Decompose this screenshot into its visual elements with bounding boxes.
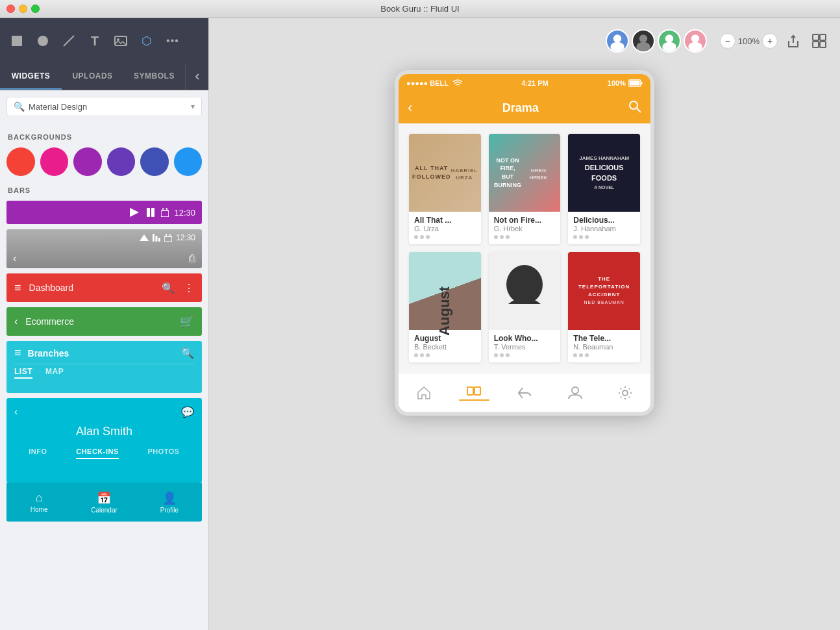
left-panel: T ⬡ ••• WIDGETS UPLOADS SYMBOLS 🔍 ▾ bbox=[0, 18, 209, 630]
bar-teal-tab-list[interactable]: LIST bbox=[14, 367, 32, 379]
bar-green-back-icon[interactable]: ‹ bbox=[14, 316, 18, 327]
color-deep-purple[interactable] bbox=[107, 147, 136, 176]
tab-widgets[interactable]: WIDGETS bbox=[0, 64, 62, 90]
text-tool[interactable]: T bbox=[84, 31, 105, 51]
phone-tab-back[interactable] bbox=[499, 385, 550, 401]
avatar-4[interactable] bbox=[684, 29, 707, 53]
color-indigo[interactable] bbox=[140, 147, 169, 176]
avatar-1[interactable] bbox=[606, 29, 629, 53]
bar-purple[interactable]: 12:30 bbox=[6, 201, 202, 224]
book-title-1: Not on Fire... bbox=[494, 216, 556, 225]
star-2 bbox=[585, 353, 589, 357]
grid-icon[interactable] bbox=[809, 31, 830, 51]
search-input[interactable] bbox=[29, 102, 187, 112]
circle-tool[interactable] bbox=[32, 31, 53, 51]
home-icon: ⌂ bbox=[36, 491, 43, 505]
widget-area: BACKGROUNDS BARS 12:30 bbox=[0, 123, 208, 630]
book-card-2[interactable]: JAMES HANNAHAM DELICIOUSFOODS A NOVEL De… bbox=[568, 134, 640, 244]
svg-point-27 bbox=[457, 86, 458, 86]
bar-gray[interactable]: 12:30 ‹ ⎙ bbox=[6, 229, 202, 268]
book-title-5: The Tele... bbox=[573, 334, 635, 343]
line-tool[interactable] bbox=[58, 31, 79, 51]
bottom-nav-calendar-label: Calendar bbox=[91, 507, 117, 514]
svg-rect-25 bbox=[813, 42, 819, 47]
avatar-3[interactable] bbox=[658, 29, 681, 53]
phone-back-button[interactable]: ‹ bbox=[408, 99, 412, 116]
phone-tab-user[interactable] bbox=[550, 385, 600, 401]
bar-green[interactable]: ‹ Ecommerce 🛒 bbox=[6, 307, 202, 336]
rectangle-tool[interactable] bbox=[6, 31, 27, 51]
bar-red[interactable]: ≡ Dashboard 🔍 ⋮ bbox=[6, 273, 202, 302]
bar-gray-back[interactable]: ‹ bbox=[13, 253, 16, 264]
profile-tab-photos[interactable]: PHOTOS bbox=[147, 445, 179, 459]
bar-green-title: Ecommerce bbox=[25, 316, 74, 327]
svg-rect-30 bbox=[630, 81, 640, 86]
bar-gray-share[interactable]: ⎙ bbox=[189, 253, 195, 264]
battery-text: 100% bbox=[608, 79, 626, 87]
profile-back-icon[interactable]: ‹ bbox=[14, 406, 18, 418]
window-title: Book Guru :: Fluid UI bbox=[380, 4, 459, 14]
book-card-0[interactable]: ALL THATFOLLOWEDGABRIEL URZA All That ..… bbox=[409, 134, 481, 244]
tab-symbols[interactable]: SYMBOLS bbox=[123, 64, 185, 90]
search-bar[interactable]: 🔍 ▾ bbox=[6, 97, 202, 116]
share-icon[interactable] bbox=[783, 31, 804, 51]
book-card-4[interactable]: Look Who... T. Vermes bbox=[489, 252, 561, 362]
bar-teal-tab-map[interactable]: MAP bbox=[45, 367, 64, 379]
bottom-nav-profile-label: Profile bbox=[160, 507, 179, 514]
bottom-nav-profile[interactable]: 👤 Profile bbox=[137, 491, 202, 514]
phone-tab-home[interactable] bbox=[399, 385, 449, 401]
bar-teal-search-icon[interactable]: 🔍 bbox=[181, 347, 194, 359]
tabs-row: WIDGETS UPLOADS SYMBOLS bbox=[0, 64, 208, 90]
color-red[interactable] bbox=[6, 147, 35, 176]
close-button[interactable] bbox=[6, 5, 15, 13]
toolbar: T ⬡ ••• bbox=[0, 18, 208, 64]
more-tools[interactable]: ••• bbox=[162, 31, 183, 51]
phone-search-icon[interactable] bbox=[628, 100, 641, 116]
tab-uploads[interactable]: UPLOADS bbox=[62, 64, 123, 90]
bar-red-search-icon[interactable]: 🔍 bbox=[162, 282, 175, 294]
star-1 bbox=[420, 353, 424, 357]
collapse-panel[interactable] bbox=[185, 64, 208, 90]
carrier-text: ●●●●● BELL bbox=[406, 79, 449, 87]
profile-chat-icon[interactable]: 💬 bbox=[181, 406, 194, 418]
book-author-4: T. Vermes bbox=[494, 343, 556, 351]
svg-marker-5 bbox=[130, 208, 139, 217]
bar-red-menu-icon[interactable]: ≡ bbox=[14, 281, 21, 295]
phone-tab-books[interactable] bbox=[449, 385, 500, 401]
bottom-nav-calendar[interactable]: 📅 Calendar bbox=[71, 491, 136, 514]
book-author-3: B. Beckett bbox=[414, 343, 476, 351]
profile-tab-checkins[interactable]: CHECK-INS bbox=[76, 445, 119, 459]
svg-rect-11 bbox=[155, 236, 157, 242]
book-author-5: N. Beauman bbox=[573, 343, 635, 351]
zoom-out-button[interactable]: − bbox=[720, 33, 735, 49]
bar-green-cart-icon[interactable]: 🛒 bbox=[180, 315, 194, 328]
minimize-button[interactable] bbox=[19, 5, 27, 13]
svg-point-36 bbox=[572, 387, 578, 394]
profile-tab-info[interactable]: INFO bbox=[29, 445, 47, 459]
dropdown-arrow-icon[interactable]: ▾ bbox=[191, 102, 195, 111]
select-tool[interactable]: ⬡ bbox=[136, 31, 157, 51]
phone-tab-settings[interactable] bbox=[600, 385, 650, 401]
svg-point-17 bbox=[636, 42, 650, 51]
book-card-3[interactable]: August August B. Beckett bbox=[409, 252, 481, 362]
avatar-2[interactable] bbox=[632, 29, 655, 53]
bar-red-more-icon[interactable]: ⋮ bbox=[184, 282, 194, 294]
bar-teal[interactable]: ≡ Branches 🔍 LIST MAP bbox=[6, 341, 202, 393]
svg-point-21 bbox=[688, 42, 702, 51]
star-1 bbox=[579, 353, 583, 357]
color-blue[interactable] bbox=[174, 147, 203, 176]
color-purple[interactable] bbox=[73, 147, 102, 176]
color-pink[interactable] bbox=[40, 147, 69, 176]
maximize-button[interactable] bbox=[31, 5, 40, 13]
svg-point-18 bbox=[665, 34, 673, 42]
book-card-5[interactable]: THETELEPORTATIONACCIDENTNED BEAUMAN The … bbox=[568, 252, 640, 362]
svg-point-15 bbox=[610, 42, 624, 51]
bottom-nav-home[interactable]: ⌂ Home bbox=[6, 491, 71, 513]
image-tool[interactable] bbox=[110, 31, 131, 51]
zoom-in-button[interactable]: + bbox=[762, 33, 778, 49]
book-card-1[interactable]: NOT ONFIRE, BUTBURNINGGREG HRBEK Not on … bbox=[489, 134, 561, 244]
avatar-group bbox=[606, 29, 707, 53]
bar-teal-menu-icon[interactable]: ≡ bbox=[14, 346, 21, 360]
zoom-level: 100% bbox=[738, 36, 760, 46]
bars-label: BARS bbox=[8, 186, 202, 194]
